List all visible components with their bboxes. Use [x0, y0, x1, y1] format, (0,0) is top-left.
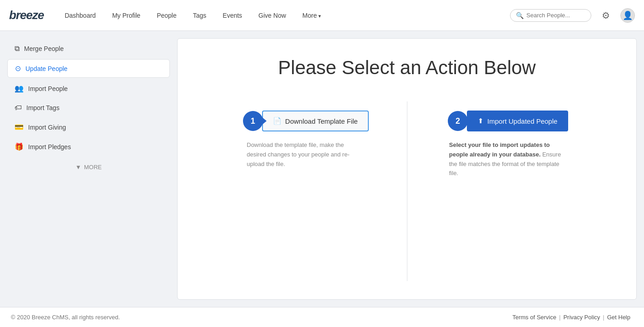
tag-icon: 🏷 — [15, 104, 22, 112]
file-icon: 📄 — [273, 117, 282, 125]
sidebar-item-import-giving[interactable]: 💳 Import Giving — [7, 118, 170, 136]
sidebar-item-import-people[interactable]: 👥 Import People — [7, 80, 170, 97]
people-icon: 👥 — [15, 84, 24, 93]
main-content: ⧉ Merge People ⊙ Update People 👥 Import … — [0, 31, 644, 307]
sidebar-more-label: MORE — [84, 164, 102, 171]
logo[interactable]: breeze — [9, 8, 44, 22]
search-box[interactable]: 🔍 — [510, 9, 591, 22]
import-description: Select your file to import updates to pe… — [449, 141, 567, 178]
more-arrow-icon: ▼ — [75, 164, 81, 171]
page-title: Please Select an Action Below — [205, 57, 609, 79]
step-badge-2: 2 — [448, 111, 468, 131]
search-input[interactable] — [526, 12, 585, 19]
nav-tags[interactable]: Tags — [186, 8, 214, 23]
download-description: Download the template file, make the des… — [247, 141, 365, 169]
sidebar-item-import-tags-label: Import Tags — [26, 104, 59, 111]
sidebar-item-import-tags[interactable]: 🏷 Import Tags — [7, 99, 170, 116]
nav-more[interactable]: More — [295, 8, 328, 23]
download-template-button[interactable]: 📄 Download Template File — [262, 111, 369, 131]
sidebar-item-import-giving-label: Import Giving — [28, 124, 66, 131]
sidebar-item-update-people-label: Update People — [25, 65, 68, 72]
copy-icon: ⧉ — [15, 45, 20, 53]
privacy-policy-link[interactable]: Privacy Policy — [560, 314, 603, 321]
main-nav: Dashboard My Profile People Tags Events … — [57, 8, 510, 23]
content-area: Please Select an Action Below 1 📄 Downlo… — [177, 38, 637, 300]
footer-links: Terms of Service | Privacy Policy | Get … — [510, 314, 633, 321]
nav-give-now[interactable]: Give Now — [251, 8, 293, 23]
action-cards: 1 📄 Download Template File Download the … — [205, 101, 609, 281]
pledges-icon: 🎁 — [15, 142, 24, 151]
sidebar-item-import-pledges[interactable]: 🎁 Import Pledges — [7, 138, 170, 156]
settings-icon[interactable]: ⚙ — [599, 8, 613, 23]
search-icon: 🔍 — [516, 12, 524, 19]
copyright-text: © 2020 Breeze ChMS, all rights reserved. — [11, 314, 120, 321]
sidebar-item-import-people-label: Import People — [28, 85, 68, 92]
header: breeze Dashboard My Profile People Tags … — [0, 0, 644, 31]
nav-events[interactable]: Events — [215, 8, 249, 23]
nav-dashboard[interactable]: Dashboard — [57, 8, 103, 23]
upload-icon: ⬆ — [478, 117, 484, 125]
sidebar-item-update-people[interactable]: ⊙ Update People — [7, 59, 170, 78]
update-icon: ⊙ — [15, 64, 21, 73]
action-btn-row-1: 1 📄 Download Template File — [243, 111, 369, 131]
sidebar-item-merge-people[interactable]: ⧉ Merge People — [7, 40, 170, 57]
nav-my-profile[interactable]: My Profile — [105, 8, 148, 23]
footer: © 2020 Breeze ChMS, all rights reserved.… — [0, 307, 644, 327]
terms-of-service-link[interactable]: Terms of Service — [510, 314, 559, 321]
header-right: 🔍 ⚙ 👤 — [510, 8, 635, 23]
user-avatar[interactable]: 👤 — [620, 8, 635, 23]
nav-people[interactable]: People — [149, 8, 184, 23]
action-card-import: 2 ⬆ Import Updated People Select your fi… — [407, 101, 609, 281]
import-updated-people-button[interactable]: ⬆ Import Updated People — [467, 111, 568, 131]
action-card-download: 1 📄 Download Template File Download the … — [205, 101, 407, 281]
giving-icon: 💳 — [15, 123, 24, 131]
sidebar-more-button[interactable]: ▼ MORE — [7, 159, 170, 175]
step-badge-1: 1 — [243, 111, 263, 131]
action-btn-row-2: 2 ⬆ Import Updated People — [448, 111, 568, 131]
sidebar-item-merge-people-label: Merge People — [24, 45, 64, 52]
get-help-link[interactable]: Get Help — [604, 314, 633, 321]
sidebar-item-import-pledges-label: Import Pledges — [28, 143, 71, 151]
sidebar: ⧉ Merge People ⊙ Update People 👥 Import … — [0, 31, 177, 307]
